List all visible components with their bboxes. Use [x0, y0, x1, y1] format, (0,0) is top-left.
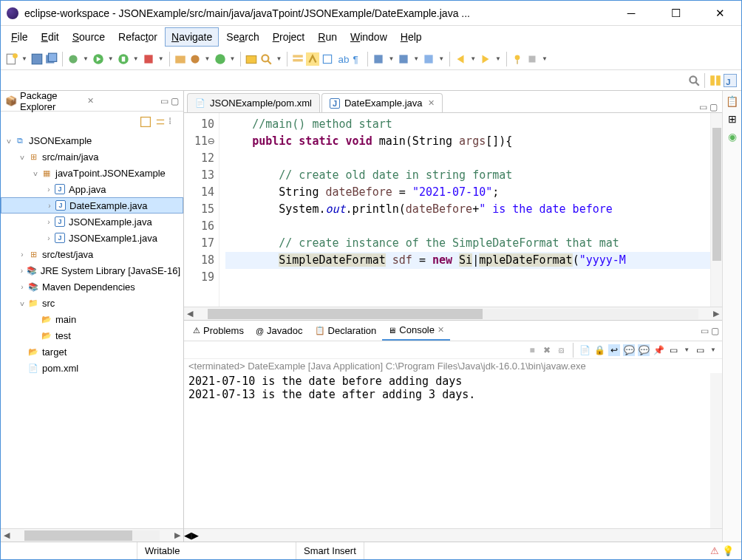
twisty-icon[interactable]: ›	[17, 267, 27, 275]
menu-refactor[interactable]: Refactor	[112, 28, 163, 46]
ext-tools-icon[interactable]	[142, 52, 155, 66]
twisty-icon[interactable]: ›	[44, 218, 54, 226]
menu-search[interactable]: Search	[220, 28, 265, 46]
remove-launch-icon[interactable]: ✖	[541, 344, 553, 356]
saveall-icon[interactable]	[45, 52, 58, 66]
new-java-package-icon[interactable]	[188, 52, 202, 66]
tip-icon[interactable]: ⚠	[710, 545, 719, 556]
tree-item[interactable]: ›JJSONExample1.java	[1, 230, 183, 246]
twisty-icon[interactable]: ⅴ	[17, 299, 27, 307]
twisty-icon[interactable]: ⅴ	[17, 153, 27, 161]
block-selection-icon[interactable]	[321, 52, 334, 66]
twisty-icon[interactable]: ›	[44, 202, 55, 210]
maximize-button[interactable]: ☐	[660, 3, 691, 24]
bulb-icon[interactable]: 💡	[722, 545, 734, 556]
tree-item[interactable]: ⅴ📁src	[1, 295, 183, 311]
menu-edit[interactable]: Edit	[35, 28, 65, 46]
console-h-scroll[interactable]: ◀▶	[184, 528, 722, 542]
twisty-icon[interactable]: ›	[44, 185, 54, 194]
new-java-class-icon[interactable]	[214, 52, 227, 66]
editor-tab[interactable]: JDateExample.java✕	[321, 93, 443, 112]
java-perspective-icon[interactable]: J	[724, 74, 737, 87]
editor-v-scroll[interactable]	[710, 113, 722, 307]
minimize-button[interactable]: ─	[616, 3, 647, 24]
sidebar-h-scroll[interactable]: ◀▶	[1, 528, 183, 542]
editor-tab-controls[interactable]: ▭ ▢	[695, 102, 722, 112]
tree-item[interactable]: ›JDateExample.java	[1, 197, 183, 214]
close-tab-icon[interactable]: ✕	[438, 325, 444, 335]
bottom-tab-problems[interactable]: ⚠Problems	[187, 321, 250, 341]
menu-project[interactable]: Project	[267, 28, 311, 46]
package-explorer-header[interactable]: 📦 Package Explorer ✕ ▭ ▢	[1, 91, 183, 112]
last-edit-icon[interactable]	[422, 52, 435, 66]
bottom-tab-javadoc[interactable]: @Javadoc	[250, 321, 309, 341]
scroll-lock-icon[interactable]: 🔒	[593, 344, 605, 356]
save-icon[interactable]	[30, 52, 44, 66]
code-area[interactable]: //main() method start public static void…	[219, 113, 722, 307]
tree-item[interactable]: ⅴ⧉JSONExample	[1, 132, 183, 148]
twisty-icon[interactable]: ›	[17, 250, 27, 259]
clear-console-icon[interactable]: 📄	[579, 344, 590, 356]
coverage-icon[interactable]	[117, 52, 130, 66]
pin-console-icon[interactable]: 💬	[638, 344, 650, 356]
show-whitespace-icon[interactable]: ab	[336, 52, 349, 66]
status-icons[interactable]: ⚠ 💡	[703, 542, 741, 559]
new-console-icon[interactable]: ▭	[694, 344, 706, 356]
menu-run[interactable]: Run	[312, 28, 343, 46]
titlebar[interactable]: eclipse-workspace - JSONExample/src/main…	[1, 1, 741, 26]
outline-view-icon[interactable]: 📋	[726, 95, 738, 107]
next-annotation-icon[interactable]	[372, 52, 385, 66]
tree-item[interactable]: ›📚Maven Dependencies	[1, 279, 183, 295]
remove-all-icon[interactable]: ⦻	[556, 344, 568, 356]
outline-icon[interactable]: ◉	[728, 131, 737, 143]
search-icon[interactable]	[259, 52, 273, 66]
editor-tab[interactable]: 📄JSONExample/pom.xml	[187, 93, 320, 112]
tree-item[interactable]: ›JJSONExample.java	[1, 214, 183, 230]
menu-window[interactable]: Window	[344, 28, 393, 46]
editor-h-scroll[interactable]: ◀▶	[184, 307, 722, 320]
bottom-tab-controls[interactable]: ▭ ▢	[701, 326, 719, 336]
close-button[interactable]: ✕	[704, 3, 735, 24]
open-perspective-icon[interactable]	[709, 74, 722, 87]
show-console-icon[interactable]: 💬	[623, 344, 635, 356]
toggle-breadcrumb-icon[interactable]	[291, 52, 304, 66]
twisty-icon[interactable]: ›	[44, 234, 54, 242]
new-java-project-icon[interactable]	[174, 52, 187, 66]
menu-help[interactable]: Help	[395, 28, 428, 46]
package-explorer-tree[interactable]: ⅴ⧉JSONExampleⅴ⊞src/main/javaⅴ▦javaTpoint…	[1, 129, 183, 528]
task-list-icon[interactable]: ⊞	[728, 113, 737, 125]
tree-item[interactable]: 📂test	[1, 327, 183, 344]
link-editor-icon[interactable]	[154, 115, 164, 126]
tree-item[interactable]: ⅴ▦javaTpoint.JSONExample	[1, 165, 183, 181]
new-icon[interactable]	[5, 52, 18, 66]
tree-item[interactable]: ⅴ⊞src/main/java	[1, 148, 183, 165]
close-tab-icon[interactable]: ✕	[428, 98, 435, 108]
collapse-all-icon[interactable]	[139, 115, 149, 126]
menu-navigate[interactable]: Navigate	[165, 27, 219, 47]
line-gutter[interactable]: 1011⊖1213141516171819	[184, 113, 219, 307]
tree-item[interactable]: ›📚JRE System Library [JavaSE-16]	[1, 262, 183, 279]
open-type-icon[interactable]	[245, 52, 258, 66]
new-dropdown[interactable]: ▼	[20, 55, 29, 62]
word-wrap-icon[interactable]: ↩	[608, 344, 620, 356]
tree-item[interactable]: 📂target	[1, 344, 183, 360]
pin-editor-icon[interactable]	[511, 52, 524, 66]
menu-source[interactable]: Source	[67, 28, 111, 46]
console-output[interactable]: 2021-07-10 is the date before adding day…	[184, 373, 722, 528]
open-console-icon[interactable]: 📌	[653, 344, 664, 356]
terminate-icon[interactable]: ■	[526, 344, 538, 356]
back-icon[interactable]	[454, 52, 467, 66]
twisty-icon[interactable]: ⅴ	[30, 169, 41, 177]
quick-access-icon[interactable]	[687, 74, 701, 87]
tree-item[interactable]: 📄pom.xml	[1, 360, 183, 376]
menu-file[interactable]: File	[5, 28, 34, 46]
twisty-icon[interactable]: ›	[17, 283, 27, 291]
tree-item[interactable]: ›JApp.java	[1, 181, 183, 197]
forward-icon[interactable]	[479, 52, 492, 66]
tree-item[interactable]: 📂main	[1, 311, 183, 327]
run-icon[interactable]	[92, 52, 105, 66]
tree-item[interactable]: ›⊞src/test/java	[1, 246, 183, 262]
pin-editor2-icon[interactable]	[525, 52, 539, 66]
console-v-scroll[interactable]	[710, 373, 722, 528]
editor-body[interactable]: 1011⊖1213141516171819 //main() method st…	[184, 113, 722, 307]
